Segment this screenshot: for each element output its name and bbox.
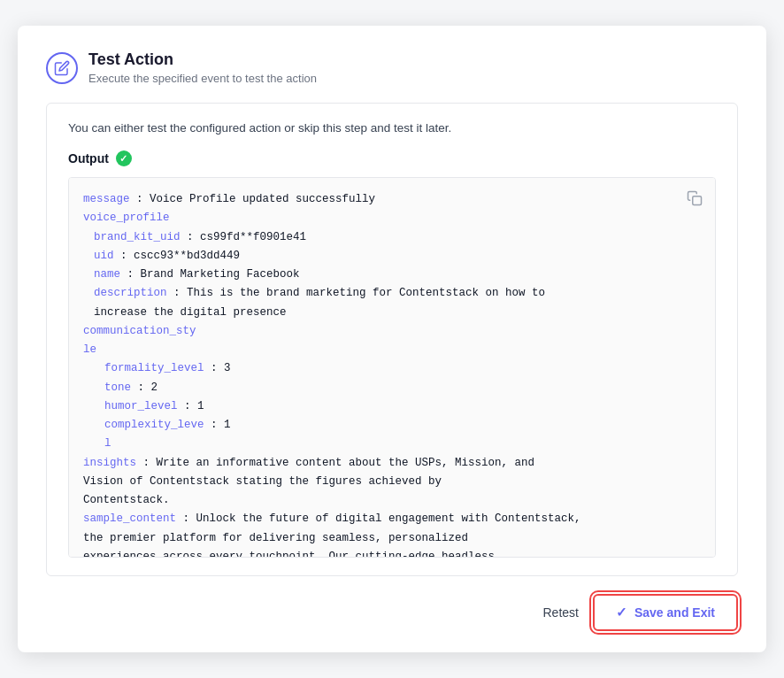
modal-container: Test Action Execute the specified event … <box>18 26 766 652</box>
retest-button[interactable]: Retest <box>542 605 578 620</box>
insights-key: insights <box>83 457 136 469</box>
complexity-val: : 1 <box>204 419 231 431</box>
test-action-icon <box>46 52 78 84</box>
brand-kit-uid-val: : cs99fd**f0901e41 <box>181 231 307 243</box>
save-exit-button[interactable]: ✓ Save and Exit <box>593 594 738 631</box>
output-content: message : Voice Profile updated successf… <box>83 190 701 558</box>
sample-content-key: sample_content <box>83 512 176 525</box>
main-card: You can either test the configured actio… <box>46 103 738 576</box>
sample-content-val: : Unlock the future of digital engagemen… <box>176 512 581 525</box>
sample-content-val2: the premier platform for delivering seam… <box>83 532 468 544</box>
humor-key: humor_level <box>104 400 178 412</box>
uid-val: : cscc93**bd3dd449 <box>114 250 241 262</box>
brand-kit-uid-key: brand_kit_uid <box>94 231 181 243</box>
communication-style-key2: le <box>83 343 96 356</box>
tone-key: tone <box>104 381 131 394</box>
communication-style-key1: communication_sty <box>83 325 196 337</box>
insights-val: : Write an informative content about the… <box>136 457 534 469</box>
description-val2: increase the digital presence <box>94 306 287 319</box>
copy-button[interactable] <box>683 187 706 212</box>
formality-val: : 3 <box>204 362 231 374</box>
tone-val: : 2 <box>131 381 158 394</box>
description-key: description <box>94 287 167 299</box>
name-key: name <box>94 268 120 281</box>
formality-key: formality_level <box>104 362 204 374</box>
header-text: Test Action Execute the specified event … <box>88 50 317 85</box>
uid-key: uid <box>94 250 114 262</box>
output-header: Output <box>68 150 716 166</box>
svg-rect-0 <box>693 196 702 205</box>
complexity-key2: l <box>104 437 111 450</box>
output-box[interactable]: message : Voice Profile updated successf… <box>68 177 716 558</box>
message-val: : Voice Profile updated successfully <box>130 193 376 205</box>
page-subtitle: Execute the specified event to test the … <box>88 72 317 85</box>
voice-profile-key: voice_profile <box>83 212 170 224</box>
complexity-key1: complexity_leve <box>104 419 204 431</box>
success-indicator <box>116 150 132 166</box>
description-val: : This is the brand marketing for Conten… <box>167 287 546 299</box>
footer: Retest ✓ Save and Exit <box>46 594 738 631</box>
output-label: Output <box>68 151 109 166</box>
sample-content-val3: experiences across every touchpoint. Our… <box>83 551 495 558</box>
save-exit-label: Save and Exit <box>634 605 715 620</box>
message-key: message <box>83 193 130 205</box>
name-val: : Brand Marketing Facebook <box>120 268 300 281</box>
header: Test Action Execute the specified event … <box>46 50 738 85</box>
insights-val2: Vision of Contentstack stating the figur… <box>83 475 442 488</box>
page-title: Test Action <box>88 50 317 69</box>
humor-val: : 1 <box>178 400 204 412</box>
checkmark-icon: ✓ <box>616 605 627 620</box>
insights-val3: Contentstack. <box>83 494 170 506</box>
edit-icon <box>54 60 70 76</box>
info-text: You can either test the configured actio… <box>68 121 716 135</box>
